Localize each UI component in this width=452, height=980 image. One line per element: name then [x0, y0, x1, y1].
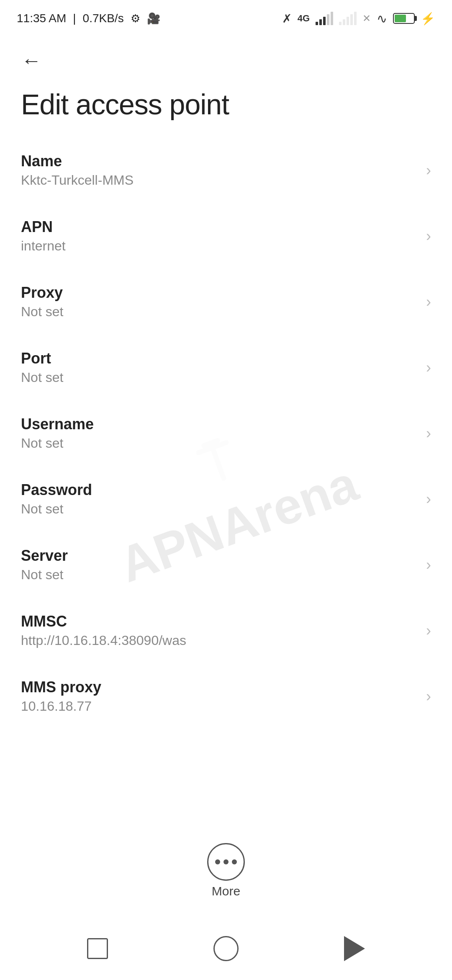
chevron-icon-username: › [426, 425, 431, 442]
chevron-icon-password: › [426, 490, 431, 508]
settings-content-mmsc: MMSChttp://10.16.18.4:38090/was [21, 613, 418, 648]
back-arrow-icon: ← [21, 51, 41, 71]
back-button[interactable]: ← [17, 46, 46, 75]
settings-label-server: Server [21, 547, 418, 565]
settings-label-port: Port [21, 350, 418, 367]
settings-content-server: ServerNot set [21, 547, 418, 583]
circle-icon [213, 936, 239, 961]
nav-bar [0, 917, 452, 980]
settings-content-apn: APNinternet [21, 218, 418, 254]
chevron-icon-mms-proxy: › [426, 688, 431, 705]
page-title: Edit access point [0, 80, 452, 137]
dot-3 [232, 859, 237, 864]
settings-label-apn: APN [21, 218, 418, 236]
settings-content-port: PortNot set [21, 350, 418, 385]
chevron-icon-name: › [426, 162, 431, 179]
settings-list: NameKktc-Turkcell-MMS›APNinternet›ProxyN… [0, 137, 452, 729]
signal-strength-2 [339, 12, 357, 25]
status-bar: 11:35 AM | 0.7KB/s ⚙ 🎥 ✗ 4G ✕ ∿ ⚡ [0, 0, 452, 34]
settings-label-name: Name [21, 152, 418, 170]
home-button[interactable] [209, 932, 243, 965]
chevron-icon-mmsc: › [426, 622, 431, 640]
speed-display: 0.7KB/s [83, 12, 124, 25]
recent-apps-button[interactable] [81, 932, 114, 965]
settings-item-proxy[interactable]: ProxyNot set› [0, 269, 452, 335]
speed-indicator: | [73, 12, 76, 25]
settings-item-apn[interactable]: APNinternet› [0, 203, 452, 269]
settings-item-password[interactable]: PasswordNot set› [0, 466, 452, 532]
settings-value-server: Not set [21, 567, 418, 583]
network-type: 4G [298, 13, 310, 24]
more-button[interactable]: More [207, 843, 245, 898]
triangle-icon [344, 936, 365, 961]
settings-item-mmsc[interactable]: MMSChttp://10.16.18.4:38090/was› [0, 598, 452, 663]
dot-1 [215, 859, 220, 864]
chevron-icon-server: › [426, 556, 431, 574]
settings-label-proxy: Proxy [21, 284, 418, 302]
top-navigation: ← [0, 34, 452, 80]
settings-value-proxy: Not set [21, 304, 418, 320]
settings-value-mms-proxy: 10.16.18.77 [21, 699, 418, 714]
settings-item-server[interactable]: ServerNot set› [0, 532, 452, 598]
signal-strength-1 [316, 12, 333, 25]
settings-value-mmsc: http://10.16.18.4:38090/was [21, 633, 418, 648]
settings-value-name: Kktc-Turkcell-MMS [21, 173, 418, 188]
settings-value-port: Not set [21, 370, 418, 385]
settings-content-username: UsernameNot set [21, 415, 418, 451]
settings-label-username: Username [21, 415, 418, 433]
back-nav-button[interactable] [338, 932, 371, 965]
no-signal-icon: ✕ [362, 13, 371, 24]
settings-item-mms-proxy[interactable]: MMS proxy10.16.18.77› [0, 663, 452, 729]
square-icon [87, 938, 108, 959]
settings-value-password: Not set [21, 501, 418, 517]
charging-icon: ⚡ [421, 12, 435, 26]
settings-content-password: PasswordNot set [21, 481, 418, 517]
settings-label-password: Password [21, 481, 418, 499]
wifi-icon: ∿ [377, 11, 387, 26]
chevron-icon-apn: › [426, 227, 431, 245]
status-right: ✗ 4G ✕ ∿ ⚡ [282, 11, 435, 26]
settings-item-port[interactable]: PortNot set› [0, 335, 452, 400]
dot-2 [223, 859, 229, 864]
settings-content-name: NameKktc-Turkcell-MMS [21, 152, 418, 188]
more-section: More [0, 835, 452, 907]
more-label: More [212, 884, 240, 898]
chevron-icon-proxy: › [426, 293, 431, 311]
settings-label-mms-proxy: MMS proxy [21, 678, 418, 696]
settings-value-apn: internet [21, 238, 418, 254]
settings-icon: ⚙ [131, 12, 140, 25]
settings-content-proxy: ProxyNot set [21, 284, 418, 320]
bluetooth-icon: ✗ [282, 12, 292, 26]
settings-label-mmsc: MMSC [21, 613, 418, 630]
settings-content-mms-proxy: MMS proxy10.16.18.77 [21, 678, 418, 714]
settings-item-name[interactable]: NameKktc-Turkcell-MMS› [0, 137, 452, 203]
battery-indicator [393, 13, 415, 24]
camera-icon: 🎥 [147, 12, 160, 25]
settings-item-username[interactable]: UsernameNot set› [0, 400, 452, 466]
time-display: 11:35 AM [17, 12, 66, 25]
status-left: 11:35 AM | 0.7KB/s ⚙ 🎥 [17, 12, 160, 25]
settings-value-username: Not set [21, 436, 418, 451]
more-circle-icon [207, 843, 245, 881]
chevron-icon-port: › [426, 359, 431, 377]
